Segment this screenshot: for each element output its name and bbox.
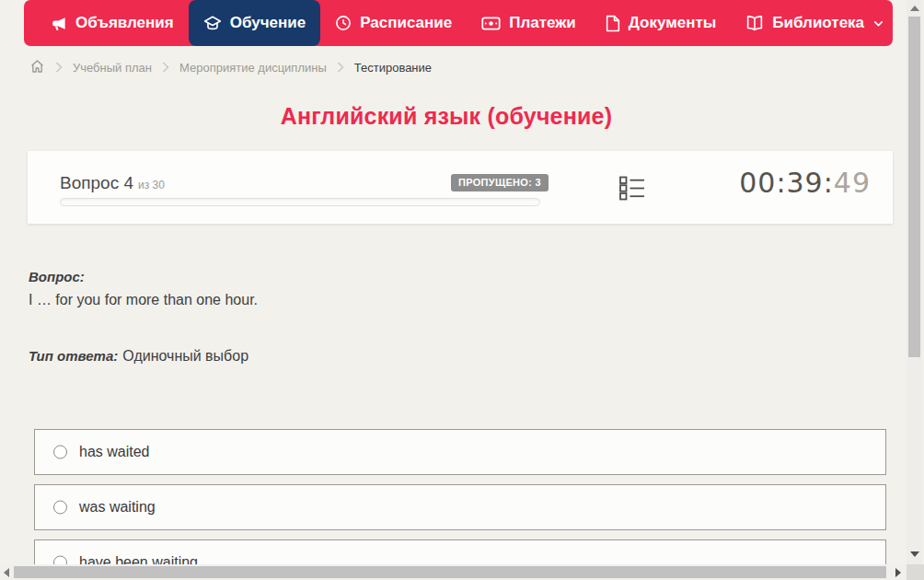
open-book-icon — [745, 15, 764, 31]
answer-type-label: Тип ответа: — [29, 348, 118, 364]
countdown-timer: 00:39:49 — [739, 167, 871, 199]
quiz-header-panel: Вопрос 4из 30 ПРОПУЩЕНО: 3 00:39:49 — [28, 151, 893, 224]
nav-item-label: Расписание — [360, 14, 452, 32]
answer-option[interactable]: has waited — [34, 429, 886, 475]
nav-item-documents[interactable]: Документы — [591, 0, 732, 46]
nav-item-label: Обучение — [230, 14, 306, 32]
answer-option-label: has waited — [79, 444, 150, 460]
vertical-scrollbar[interactable] — [907, 0, 922, 564]
document-icon — [606, 15, 620, 32]
breadcrumb-separator — [337, 62, 344, 73]
megaphone-icon — [50, 15, 67, 32]
timer-hours-minutes: 00:39: — [739, 167, 834, 199]
vertical-scrollbar-thumb[interactable] — [908, 17, 920, 357]
page-title: Английский язык (обучение) — [0, 103, 893, 130]
scrollbar-corner — [907, 564, 924, 580]
breadcrumb-separator — [162, 62, 169, 73]
timer-seconds: 49 — [834, 167, 871, 199]
question-counter-title: Вопрос 4 — [60, 173, 133, 192]
scroll-down-arrow[interactable] — [910, 551, 919, 557]
breadcrumb-testing: Тестирование — [354, 61, 432, 75]
scroll-right-arrow[interactable] — [895, 568, 901, 577]
horizontal-scrollbar-thumb[interactable] — [14, 566, 886, 578]
question-counter-of: из 30 — [138, 179, 165, 191]
banknote-icon — [481, 16, 501, 31]
question-list-button[interactable] — [618, 176, 646, 202]
nav-item-schedule[interactable]: Расписание — [320, 0, 467, 46]
nav-item-payments[interactable]: Платежи — [467, 0, 591, 46]
nav-item-label: Платежи — [509, 14, 576, 32]
graduation-cap-icon — [203, 14, 222, 32]
question-counter: Вопрос 4из 30 — [60, 173, 165, 193]
question-label: Вопрос: — [29, 269, 85, 284]
nav-item-announcements[interactable]: Объявления — [35, 0, 189, 46]
answer-option-label: was waiting — [79, 499, 156, 516]
radio-button[interactable] — [53, 446, 67, 459]
clock-icon — [335, 15, 352, 31]
nav-item-label: Объявления — [75, 14, 174, 32]
question-list-icon — [619, 190, 645, 203]
question-text: I … for you for more than one hour. — [29, 292, 258, 308]
nav-item-library[interactable]: Библиотека — [731, 0, 899, 46]
chevron-down-icon — [872, 17, 884, 29]
main-navbar: Объявления Обучение Расписание Платежи Д… — [24, 0, 893, 46]
answer-type: Тип ответа:Одиночный выбор — [29, 348, 248, 365]
nav-item-label: Библиотека — [772, 14, 864, 32]
skipped-badge: ПРОПУЩЕНО: 3 — [451, 174, 549, 191]
question-progress-bar — [60, 198, 540, 206]
scroll-up-arrow[interactable] — [910, 6, 919, 11]
horizontal-scrollbar[interactable] — [0, 564, 907, 580]
nav-item-learning[interactable]: Обучение — [189, 0, 320, 46]
radio-button[interactable] — [53, 501, 67, 515]
scroll-left-arrow[interactable] — [4, 568, 9, 577]
home-link[interactable] — [29, 59, 45, 76]
breadcrumb: Учебный план Мероприятие дисциплины Тест… — [29, 57, 432, 77]
home-icon — [29, 59, 45, 76]
answer-type-value: Одиночный выбор — [122, 348, 248, 364]
nav-item-label: Документы — [629, 14, 717, 32]
breadcrumb-discipline-event[interactable]: Мероприятие дисциплины — [179, 61, 327, 75]
breadcrumb-separator — [55, 62, 63, 73]
answer-option[interactable]: was waiting — [34, 484, 886, 530]
breadcrumb-study-plan[interactable]: Учебный план — [73, 61, 152, 75]
